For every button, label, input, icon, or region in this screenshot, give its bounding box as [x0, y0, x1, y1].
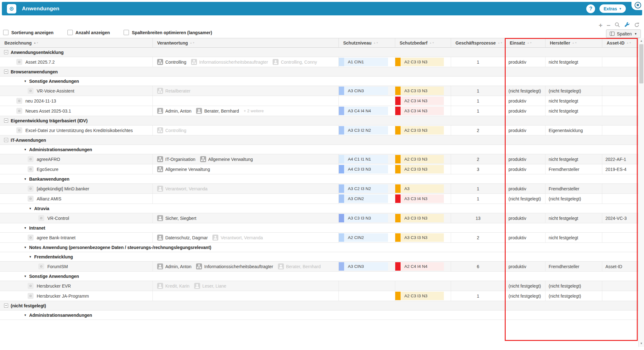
expand-arrow-icon[interactable]: ▼	[24, 246, 27, 249]
expand-arrow-icon[interactable]: ▼	[29, 207, 32, 210]
table-row[interactable]: neu 2024-11-13A2 C3 I4 N31produktivnicht…	[0, 96, 638, 106]
schutzbedarf-badge: A3 C3 I4 N3	[395, 107, 444, 115]
column-header-asset_id[interactable]: Asset-ID▲▼	[602, 38, 638, 47]
expand-arrow-icon[interactable]: ▼	[24, 226, 27, 230]
sortierung-checkbox[interactable]	[3, 30, 8, 35]
table-row[interactable]: Hersbrucker EVRKredit, KarinLeser, Liane…	[0, 281, 638, 291]
collapse-icon[interactable]	[4, 119, 8, 123]
application-icon	[28, 235, 34, 241]
collapse-icon[interactable]	[4, 50, 8, 54]
table-row[interactable]: [abgekündigt] MinD.bankerVerantwort, Ver…	[0, 184, 638, 194]
table-row[interactable]: Allianz AMISA3 CIN2A3 C3 I4 N31(nicht fe…	[0, 194, 638, 204]
zoom-in-icon[interactable]: +	[599, 23, 602, 28]
collapse-icon[interactable]	[4, 70, 8, 74]
close-icon[interactable]: ✖	[635, 2, 641, 8]
column-header-geschaeftsprozesse[interactable]: Geschäftsprozesse▲▼	[451, 38, 505, 47]
table-row[interactable]: Neues Asset 2025-03.1Admin, AntonBerater…	[0, 106, 638, 116]
spaltenbreiten-label[interactable]: Spaltenbreiten optimieren (langsamer)	[132, 30, 212, 35]
schutzniveau-badge: A4 C1 I1 N1	[339, 155, 388, 163]
hersteller-cell: nicht festgelegt	[546, 154, 602, 164]
group-row[interactable]: Eigenentwicklung trägerbasiert (IDV)	[0, 116, 638, 125]
expand-arrow-icon[interactable]: ▼	[29, 255, 32, 258]
group-row[interactable]: ▼Atruvia	[0, 204, 638, 213]
geschaeftsprozesse-cell: 2	[451, 154, 505, 164]
sortierung-label[interactable]: Sortierung anzeigen	[11, 30, 54, 35]
anzahl-checkbox[interactable]	[67, 30, 73, 35]
group-row[interactable]: ▼Notes Anwendung (personenbezogene Daten…	[0, 243, 638, 252]
application-icon	[38, 263, 44, 269]
expand-arrow-icon[interactable]: ▼	[24, 275, 27, 278]
table-row[interactable]: EgoSecureAllgemeine VerwaltungA4 C3 I3 N…	[0, 164, 638, 174]
group-row[interactable]: ▼Sonstige Anwendungen	[0, 77, 638, 86]
table-row[interactable]: ForumISMAdmin, AntonInformationssicherhe…	[0, 262, 638, 272]
column-header-einsatz[interactable]: Einsatz▲▼	[505, 38, 546, 47]
search-icon[interactable]	[615, 22, 620, 29]
column-header-hersteller[interactable]: Hersteller▲▼	[546, 38, 602, 47]
close-notch: ✖	[631, 0, 644, 10]
extras-button[interactable]: Extras ▼	[599, 4, 626, 13]
table-row[interactable]: VR-Voice-AssistentRetailberaterA3 CIN3A3…	[0, 86, 638, 96]
einsatz-cell: produktiv	[505, 106, 546, 116]
schutzniveau-badge: A3 CIN2	[339, 194, 388, 203]
table-row[interactable]: VR-ControlSicher, SiegbertA3 C3 I3 N3A3 …	[0, 213, 638, 223]
group-row[interactable]: ▼Administrationsanwendungen	[0, 310, 638, 320]
group-row[interactable]: ▼Bankanwendungen	[0, 174, 638, 184]
zoom-out-icon[interactable]: −	[607, 23, 610, 28]
chevron-down-icon: ▼	[634, 32, 637, 35]
group-row[interactable]: Browseranwendungen	[0, 67, 638, 77]
spaltenbreiten-checkbox[interactable]	[124, 30, 129, 35]
scrollbar-thumb[interactable]	[639, 44, 643, 83]
group-row[interactable]: Anwendungsentwicklung	[0, 48, 638, 57]
responsibility-entry: Admin, Anton	[157, 263, 191, 269]
application-name: agreeAFRO	[37, 157, 60, 162]
application-name: agree Bank-Intranet	[37, 235, 76, 240]
titlebar: Anwendungen ? Extras ▼	[2, 2, 642, 15]
spalten-label: Spalten	[617, 31, 632, 36]
bezeichnung-cell: Neues Asset 2025-03.1	[0, 106, 153, 116]
table-row[interactable]: agree Bank-IntranetDatenschutz, DagmarVe…	[0, 233, 638, 243]
refresh-icon[interactable]	[634, 22, 640, 29]
application-name: Neues Asset 2025-03.1	[25, 109, 71, 114]
verantwortung-cell: Admin, AntonInformationssicherheitsbeauf…	[153, 262, 339, 271]
expand-arrow-icon[interactable]: ▼	[24, 148, 27, 151]
group-row[interactable]: ▼Intranet	[0, 223, 638, 233]
expand-arrow-icon[interactable]: ▼	[24, 178, 27, 181]
help-button[interactable]: ?	[586, 4, 595, 13]
collapse-icon[interactable]	[4, 304, 8, 308]
org-unit-icon	[191, 59, 197, 65]
column-header-schutzniveau[interactable]: Schutzniveau▲▼	[339, 38, 395, 47]
table-row[interactable]: Excel-Datei zur Unterstützung des Kredit…	[0, 125, 638, 135]
expand-arrow-icon[interactable]: ▼	[24, 314, 27, 317]
settings-wrench-icon[interactable]	[624, 22, 630, 29]
app-logo-icon	[7, 4, 16, 13]
einsatz-cell: (nicht festgelegt)	[505, 281, 546, 291]
geschaeftsprozesse-cell: 1	[451, 86, 505, 96]
column-header-schutzbedarf[interactable]: Schutzbedarf▲▼	[395, 38, 451, 47]
anzahl-label[interactable]: Anzahl anzeigen	[76, 30, 110, 35]
group-row[interactable]: ▼Sonstige Anwendungen	[0, 272, 638, 281]
group-row[interactable]: ▼Fremdentwicklung	[0, 252, 638, 262]
schutzbedarf-cell: A3 C3 I3 N3	[395, 233, 451, 242]
responsibility-entry: Retailberater	[157, 88, 190, 94]
scroll-up-icon[interactable]: ▲	[639, 39, 644, 42]
spalten-button[interactable]: Spalten ▼	[606, 29, 641, 38]
asset-id-cell: Asset-ID	[602, 262, 638, 271]
group-row[interactable]: IT-Anwendungen	[0, 135, 638, 145]
group-row[interactable]: ▼Administrationsanwendungen	[0, 145, 638, 154]
table-row[interactable]: Hersbrucker JA-ProgrammA2 C3 I3 N31(nich…	[0, 291, 638, 301]
bezeichnung-cell: Hersbrucker EVR	[0, 281, 153, 291]
column-header-bezeichnung[interactable]: Bezeichnung▲▼	[0, 38, 153, 47]
table-row[interactable]: Asset 2025.7.2ControllingInformationssic…	[0, 57, 638, 67]
column-label: Geschäftsprozesse	[455, 40, 496, 45]
bezeichnung-cell: [abgekündigt] MinD.banker	[0, 184, 153, 194]
schutzbedarf-cell: A2 C4 I4 N4	[395, 262, 451, 271]
group-row[interactable]: (nicht festgelegt)	[0, 301, 638, 310]
scroll-down-icon[interactable]: ▼	[639, 342, 644, 345]
vertical-scrollbar[interactable]: ▲ ▼	[638, 38, 644, 347]
column-header-verantwortung[interactable]: Verantwortung▲▼	[153, 38, 339, 47]
expand-arrow-icon[interactable]: ▼	[24, 80, 27, 83]
table-row[interactable]: agreeAFROIT-OrganisationAllgemeine Verwa…	[0, 154, 638, 164]
collapse-icon[interactable]	[4, 138, 8, 142]
einsatz-cell: produktiv	[505, 213, 546, 223]
schutzbedarf-cell: A3 C3 I4 N3	[395, 106, 451, 116]
